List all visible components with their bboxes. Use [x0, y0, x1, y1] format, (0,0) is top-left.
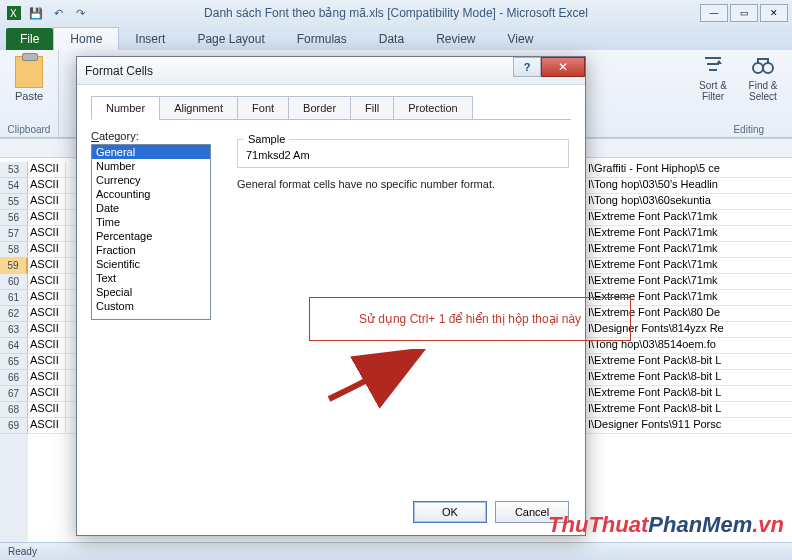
- row-header[interactable]: 53: [0, 162, 28, 178]
- save-icon[interactable]: 💾: [26, 3, 46, 23]
- maximize-button[interactable]: ▭: [730, 4, 758, 22]
- find-select-label: Find & Select: [742, 80, 784, 102]
- dlg-tab-protection[interactable]: Protection: [393, 96, 473, 120]
- watermark: ThuThuatPhanMem.vn: [548, 512, 784, 538]
- cell[interactable]: ASCII: [28, 194, 66, 209]
- cell[interactable]: I\Extreme Font Pack\8-bit L: [586, 354, 792, 370]
- cell[interactable]: I\Extreme Font Pack\8-bit L: [586, 402, 792, 418]
- row-header[interactable]: 66: [0, 370, 28, 386]
- row-header[interactable]: 60: [0, 274, 28, 290]
- cell[interactable]: ASCII: [28, 306, 66, 321]
- paste-button[interactable]: Paste: [6, 54, 52, 116]
- sample-label: Sample: [244, 133, 289, 145]
- cell[interactable]: ASCII: [28, 322, 66, 337]
- category-item[interactable]: Fraction: [92, 243, 210, 257]
- close-button[interactable]: ✕: [760, 4, 788, 22]
- cell[interactable]: ASCII: [28, 338, 66, 353]
- category-item[interactable]: Special: [92, 285, 210, 299]
- tab-formulas[interactable]: Formulas: [281, 28, 363, 50]
- category-item[interactable]: Custom: [92, 299, 210, 313]
- tab-data[interactable]: Data: [363, 28, 420, 50]
- cell[interactable]: I\Tong hop\03\60sekuntia: [586, 194, 792, 210]
- category-item[interactable]: Percentage: [92, 229, 210, 243]
- cell[interactable]: ASCII: [28, 290, 66, 305]
- cell[interactable]: ASCII: [28, 418, 66, 433]
- tab-view[interactable]: View: [492, 28, 550, 50]
- row-header[interactable]: 59: [0, 258, 28, 274]
- editing-group-label: Editing: [733, 124, 764, 135]
- cell[interactable]: ASCII: [28, 226, 66, 241]
- row-header[interactable]: 57: [0, 226, 28, 242]
- row-header[interactable]: 63: [0, 322, 28, 338]
- row-header[interactable]: 58: [0, 242, 28, 258]
- dlg-tab-border[interactable]: Border: [288, 96, 351, 120]
- row-header[interactable]: 65: [0, 354, 28, 370]
- cell[interactable]: I\Designer Fonts\911 Porsc: [586, 418, 792, 434]
- file-tab[interactable]: File: [6, 28, 53, 50]
- cell[interactable]: ASCII: [28, 354, 66, 369]
- cell[interactable]: I\Extreme Font Pack\8-bit L: [586, 386, 792, 402]
- category-item[interactable]: Currency: [92, 173, 210, 187]
- category-item[interactable]: Text: [92, 271, 210, 285]
- row-header[interactable]: 64: [0, 338, 28, 354]
- dialog-help-button[interactable]: ?: [513, 57, 541, 77]
- sort-filter-button[interactable]: Sort & Filter: [692, 54, 734, 102]
- dlg-tab-font[interactable]: Font: [237, 96, 289, 120]
- cell[interactable]: ASCII: [28, 386, 66, 401]
- row-header[interactable]: 61: [0, 290, 28, 306]
- cell[interactable]: I\Extreme Font Pack\71mk: [586, 258, 792, 274]
- cell[interactable]: ASCII: [28, 370, 66, 385]
- row-header[interactable]: 67: [0, 386, 28, 402]
- dialog-close-button[interactable]: ✕: [541, 57, 585, 77]
- cell[interactable]: I\Extreme Font Pack\71mk: [586, 226, 792, 242]
- number-right-pane: Sample 71mksd2 Am General format cells h…: [237, 133, 569, 190]
- cell[interactable]: ASCII: [28, 178, 66, 193]
- row-header[interactable]: 68: [0, 402, 28, 418]
- cell[interactable]: ASCII: [28, 274, 66, 289]
- row-header[interactable]: 69: [0, 418, 28, 434]
- row-header[interactable]: 62: [0, 306, 28, 322]
- row-headers: 5354555657585960616263646566676869: [0, 162, 28, 542]
- category-item[interactable]: General: [92, 145, 210, 159]
- cell[interactable]: ASCII: [28, 162, 66, 177]
- category-item[interactable]: Date: [92, 201, 210, 215]
- tab-home[interactable]: Home: [53, 27, 119, 50]
- row-header[interactable]: 56: [0, 210, 28, 226]
- cell[interactable]: I\Extreme Font Pack\71mk: [586, 274, 792, 290]
- right-column[interactable]: I\Graffiti - Font Hiphop\5 ceI\Tong hop\…: [586, 162, 792, 542]
- category-item[interactable]: Scientific: [92, 257, 210, 271]
- cell[interactable]: ASCII: [28, 402, 66, 417]
- dlg-tab-fill[interactable]: Fill: [350, 96, 394, 120]
- category-item[interactable]: Accounting: [92, 187, 210, 201]
- status-bar: Ready: [0, 542, 792, 560]
- category-listbox[interactable]: GeneralNumberCurrencyAccountingDateTimeP…: [91, 144, 211, 320]
- tab-page-layout[interactable]: Page Layout: [181, 28, 280, 50]
- tab-insert[interactable]: Insert: [119, 28, 181, 50]
- svg-point-3: [763, 63, 773, 73]
- redo-icon[interactable]: ↷: [70, 3, 90, 23]
- cell[interactable]: ASCII: [28, 242, 66, 257]
- dialog-title-bar[interactable]: Format Cells ? ✕: [77, 57, 585, 85]
- cell[interactable]: ASCII: [28, 210, 66, 225]
- sort-filter-icon: [701, 54, 725, 78]
- dlg-tab-number[interactable]: Number: [91, 96, 160, 120]
- cell[interactable]: I\Graffiti - Font Hiphop\5 ce: [586, 162, 792, 178]
- dlg-tab-alignment[interactable]: Alignment: [159, 96, 238, 120]
- cell[interactable]: ASCII: [28, 258, 66, 273]
- clipboard-group-label: Clipboard: [6, 122, 52, 137]
- dialog-title: Format Cells: [85, 64, 153, 78]
- cell[interactable]: I\Tong hop\03\50's Headlin: [586, 178, 792, 194]
- ok-button[interactable]: OK: [413, 501, 487, 523]
- excel-icon[interactable]: X: [4, 3, 24, 23]
- cell[interactable]: I\Extreme Font Pack\71mk: [586, 210, 792, 226]
- tab-review[interactable]: Review: [420, 28, 491, 50]
- minimize-button[interactable]: —: [700, 4, 728, 22]
- row-header[interactable]: 55: [0, 194, 28, 210]
- category-item[interactable]: Number: [92, 159, 210, 173]
- cell[interactable]: I\Extreme Font Pack\8-bit L: [586, 370, 792, 386]
- undo-icon[interactable]: ↶: [48, 3, 68, 23]
- find-select-button[interactable]: Find & Select: [742, 54, 784, 102]
- row-header[interactable]: 54: [0, 178, 28, 194]
- cell[interactable]: I\Extreme Font Pack\71mk: [586, 242, 792, 258]
- category-item[interactable]: Time: [92, 215, 210, 229]
